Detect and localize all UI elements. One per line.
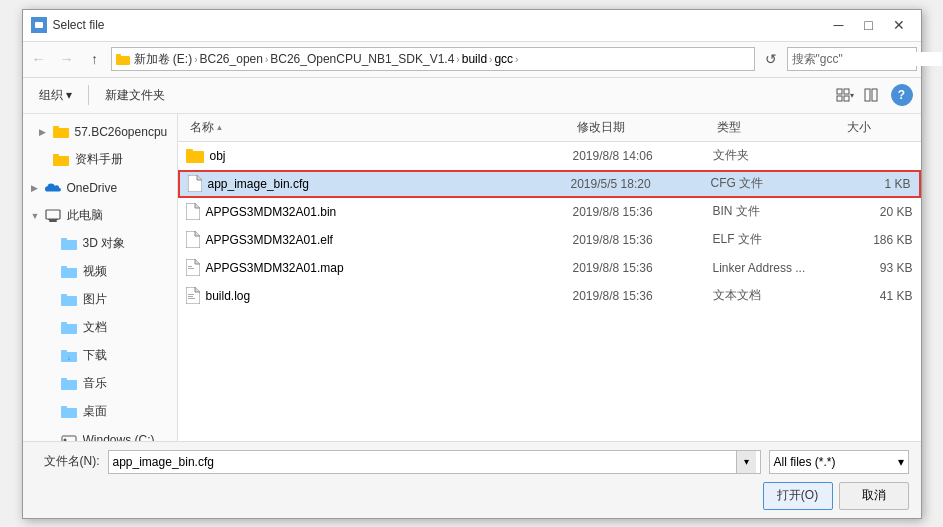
svg-rect-2 — [116, 56, 130, 65]
folder-document-icon — [61, 320, 77, 336]
cancel-button[interactable]: 取消 — [839, 482, 909, 510]
sidebar-item-onedrive[interactable]: ▶ OneDrive — [23, 174, 177, 202]
sidebar-item-picture[interactable]: 图片 — [23, 286, 177, 314]
organize-button[interactable]: 组织 ▾ — [31, 81, 80, 109]
file-date-col: 2019/5/5 18:20 — [571, 177, 711, 191]
table-row[interactable]: APPGS3MDM32A01.elf 2019/8/8 15:36 ELF 文件… — [178, 226, 921, 254]
table-row[interactable]: obj 2019/8/8 14:06 文件夹 — [178, 142, 921, 170]
svg-rect-21 — [61, 268, 77, 278]
sort-arrow: ▲ — [216, 123, 224, 132]
file-icon-log — [186, 287, 200, 304]
svg-rect-17 — [49, 220, 57, 222]
svg-rect-30 — [61, 380, 77, 390]
file-type-col: 文本文档 — [713, 287, 843, 304]
sidebar-label-onedrive: OneDrive — [67, 181, 169, 195]
svg-rect-48 — [188, 296, 193, 297]
svg-rect-10 — [865, 89, 870, 101]
sidebar-expand-icon-2: ▶ — [31, 183, 39, 193]
folder-icon — [53, 124, 69, 140]
sidebar-item-bc26opencpu[interactable]: ▶ 57.BC26opencpu — [23, 118, 177, 146]
col-header-date[interactable]: 修改日期 — [573, 119, 713, 136]
breadcrumb-gcc[interactable]: gcc — [494, 52, 513, 66]
file-date-col: 2019/8/8 15:36 — [573, 233, 713, 247]
col-header-type[interactable]: 类型 — [713, 119, 843, 136]
action-row: 打开(O) 取消 — [35, 482, 909, 510]
table-row[interactable]: APPGS3MDM32A01.map 2019/8/8 15:36 Linker… — [178, 254, 921, 282]
help-button[interactable]: ? — [891, 84, 913, 106]
sidebar-item-music[interactable]: 音乐 — [23, 370, 177, 398]
sidebar-item-video[interactable]: 视频 — [23, 258, 177, 286]
svg-rect-16 — [46, 210, 60, 219]
sidebar-item-3d[interactable]: 3D 对象 — [23, 230, 177, 258]
close-button[interactable]: ✕ — [885, 14, 913, 36]
sidebar-label-music: 音乐 — [83, 375, 169, 392]
breadcrumb-newdrive[interactable]: 新加卷 (E:) — [134, 51, 193, 68]
file-icon-cfg — [188, 175, 202, 192]
search-input[interactable] — [792, 52, 942, 66]
computer-icon — [45, 208, 61, 224]
sidebar-item-winc[interactable]: Windows (C:) — [23, 426, 177, 441]
dialog-icon — [31, 17, 47, 33]
svg-rect-9 — [844, 96, 849, 101]
filename-input-wrap[interactable]: ▾ — [108, 450, 761, 474]
filelist-body[interactable]: obj 2019/8/8 14:06 文件夹 app_image_bin.cfg — [178, 142, 921, 441]
open-button[interactable]: 打开(O) — [763, 482, 833, 510]
col-header-size[interactable]: 大小 — [843, 119, 913, 136]
breadcrumb-build[interactable]: build — [462, 52, 487, 66]
svg-rect-26 — [61, 322, 67, 325]
forward-button[interactable]: → — [55, 47, 79, 71]
toolbar-separator — [88, 85, 89, 105]
sidebar-item-thispc[interactable]: ▼ 此电脑 — [23, 202, 177, 230]
file-size-col: 93 KB — [843, 261, 913, 275]
file-type-col: ELF 文件 — [713, 231, 843, 248]
breadcrumb-bar[interactable]: 新加卷 (E:) › BC26_open › BC26_OpenCPU_NB1_… — [111, 47, 755, 71]
filename-input[interactable] — [113, 455, 736, 469]
breadcrumb-bc26open[interactable]: BC26_open — [200, 52, 263, 66]
file-name-col: APPGS3MDM32A01.elf — [186, 231, 573, 248]
sidebar-expand-icon: ▶ — [39, 127, 47, 137]
svg-rect-44 — [186, 149, 193, 152]
svg-rect-1 — [35, 22, 43, 28]
table-row[interactable]: APPGS3MDM32A01.bin 2019/8/8 15:36 BIN 文件… — [178, 198, 921, 226]
svg-rect-12 — [53, 128, 69, 138]
sidebar-label-picture: 图片 — [83, 291, 169, 308]
new-folder-button[interactable]: 新建文件夹 — [97, 81, 173, 109]
svg-rect-31 — [61, 378, 67, 381]
sidebar-item-manual[interactable]: 资料手册 — [23, 146, 177, 174]
filename-dropdown-button[interactable]: ▾ — [736, 451, 756, 473]
filetype-select[interactable]: All files (*.*) ▾ — [769, 450, 909, 474]
view-toggle-button[interactable]: ▾ — [833, 83, 857, 107]
svg-rect-33 — [61, 406, 67, 409]
maximize-button[interactable]: □ — [855, 14, 883, 36]
table-row[interactable]: app_image_bin.cfg 2019/5/5 18:20 CFG 文件 … — [178, 170, 921, 198]
svg-rect-49 — [188, 298, 195, 299]
table-row[interactable]: build.log 2019/8/8 15:36 文本文档 41 KB — [178, 282, 921, 310]
folder-icon-2 — [53, 152, 69, 168]
search-box[interactable] — [787, 47, 917, 71]
sidebar-label-thispc: 此电脑 — [67, 207, 169, 224]
file-icon-map — [186, 259, 200, 276]
refresh-button[interactable]: ↺ — [759, 47, 783, 71]
sidebar-item-desktop[interactable]: 桌面 — [23, 398, 177, 426]
svg-rect-25 — [61, 324, 77, 334]
minimize-button[interactable]: ─ — [825, 14, 853, 36]
sidebar-item-download[interactable]: ↓ 下载 — [23, 342, 177, 370]
pane-button[interactable] — [859, 83, 883, 107]
svg-rect-14 — [53, 156, 69, 166]
svg-rect-46 — [188, 268, 194, 269]
svg-rect-32 — [61, 408, 77, 418]
dialog-title: Select file — [53, 18, 825, 32]
sidebar-label-download: 下载 — [83, 347, 169, 364]
breadcrumb-sdk[interactable]: BC26_OpenCPU_NB1_SDK_V1.4 — [270, 52, 454, 66]
back-button[interactable]: ← — [27, 47, 51, 71]
up-button[interactable]: ↑ — [83, 47, 107, 71]
sidebar-label-winc: Windows (C:) — [83, 433, 169, 441]
breadcrumb-item-0[interactable] — [116, 54, 134, 65]
svg-rect-6 — [837, 89, 842, 94]
file-size-col: 41 KB — [843, 289, 913, 303]
drive-c-icon — [61, 432, 77, 441]
file-size-col: 1 KB — [841, 177, 911, 191]
sidebar-item-document[interactable]: 文档 — [23, 314, 177, 342]
col-header-name[interactable]: 名称 ▲ — [186, 119, 573, 136]
svg-rect-24 — [61, 294, 67, 297]
